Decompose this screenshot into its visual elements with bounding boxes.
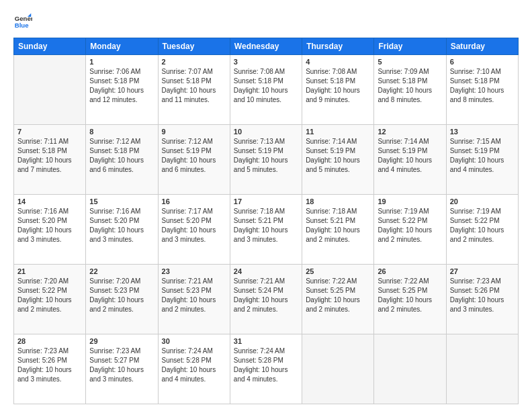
day-info: Sunrise: 7:08 AMSunset: 5:18 PMDaylight:…: [234, 67, 298, 105]
day-info: Sunrise: 7:08 AMSunset: 5:18 PMDaylight:…: [306, 67, 370, 105]
calendar-cell: 5Sunrise: 7:09 AMSunset: 5:18 PMDaylight…: [374, 55, 446, 125]
day-number: 25: [306, 267, 370, 275]
week-row-1: 1Sunrise: 7:06 AMSunset: 5:18 PMDaylight…: [14, 55, 519, 125]
day-number: 4: [306, 58, 370, 66]
calendar-cell: 9Sunrise: 7:12 AMSunset: 5:19 PMDaylight…: [158, 125, 230, 195]
day-number: 28: [17, 337, 82, 345]
day-number: 31: [234, 337, 298, 345]
calendar-cell: 3Sunrise: 7:08 AMSunset: 5:18 PMDaylight…: [230, 55, 302, 125]
day-number: 19: [378, 197, 442, 205]
calendar-cell: 25Sunrise: 7:22 AMSunset: 5:25 PMDayligh…: [302, 265, 374, 334]
week-row-5: 28Sunrise: 7:23 AMSunset: 5:26 PMDayligh…: [14, 334, 519, 404]
day-number: 12: [378, 128, 442, 136]
day-info: Sunrise: 7:22 AMSunset: 5:25 PMDaylight:…: [306, 277, 370, 314]
day-info: Sunrise: 7:16 AMSunset: 5:20 PMDaylight:…: [89, 207, 154, 244]
day-info: Sunrise: 7:13 AMSunset: 5:19 PMDaylight:…: [234, 137, 298, 175]
day-number: 18: [306, 197, 370, 205]
calendar-cell: 27Sunrise: 7:23 AMSunset: 5:26 PMDayligh…: [446, 265, 518, 334]
day-info: Sunrise: 7:18 AMSunset: 5:21 PMDaylight:…: [234, 207, 298, 244]
day-number: 24: [234, 267, 298, 275]
day-number: 20: [450, 197, 515, 205]
calendar-cell: 31Sunrise: 7:24 AMSunset: 5:28 PMDayligh…: [230, 334, 302, 404]
day-number: 23: [162, 267, 226, 275]
day-number: 15: [89, 197, 154, 205]
day-info: Sunrise: 7:15 AMSunset: 5:19 PMDaylight:…: [450, 137, 515, 175]
day-info: Sunrise: 7:23 AMSunset: 5:27 PMDaylight:…: [89, 347, 154, 384]
calendar-cell: 26Sunrise: 7:22 AMSunset: 5:25 PMDayligh…: [374, 265, 446, 334]
calendar-cell: [446, 334, 518, 404]
day-info: Sunrise: 7:19 AMSunset: 5:22 PMDaylight:…: [450, 207, 515, 244]
day-number: 6: [450, 58, 515, 66]
day-info: Sunrise: 7:24 AMSunset: 5:28 PMDaylight:…: [162, 347, 226, 384]
calendar-cell: 2Sunrise: 7:07 AMSunset: 5:18 PMDaylight…: [158, 55, 230, 125]
day-number: 5: [378, 58, 442, 66]
day-info: Sunrise: 7:20 AMSunset: 5:22 PMDaylight:…: [17, 277, 82, 314]
calendar-cell: 6Sunrise: 7:10 AMSunset: 5:18 PMDaylight…: [446, 55, 518, 125]
weekday-header-row: SundayMondayTuesdayWednesdayThursdayFrid…: [14, 38, 519, 55]
calendar-cell: 13Sunrise: 7:15 AMSunset: 5:19 PMDayligh…: [446, 125, 518, 195]
day-number: 16: [162, 197, 226, 205]
calendar-cell: 8Sunrise: 7:12 AMSunset: 5:18 PMDaylight…: [86, 125, 158, 195]
weekday-header-thursday: Thursday: [302, 38, 374, 55]
calendar-cell: 16Sunrise: 7:17 AMSunset: 5:20 PMDayligh…: [158, 195, 230, 265]
calendar-cell: 28Sunrise: 7:23 AMSunset: 5:26 PMDayligh…: [14, 334, 86, 404]
calendar-cell: [302, 334, 374, 404]
calendar-cell: 30Sunrise: 7:24 AMSunset: 5:28 PMDayligh…: [158, 334, 230, 404]
calendar-cell: 12Sunrise: 7:14 AMSunset: 5:19 PMDayligh…: [374, 125, 446, 195]
day-info: Sunrise: 7:11 AMSunset: 5:18 PMDaylight:…: [17, 137, 82, 175]
header: General Blue: [13, 12, 519, 31]
weekday-header-friday: Friday: [374, 38, 446, 55]
day-number: 9: [162, 128, 226, 136]
day-info: Sunrise: 7:22 AMSunset: 5:25 PMDaylight:…: [378, 277, 442, 314]
calendar-cell: 29Sunrise: 7:23 AMSunset: 5:27 PMDayligh…: [86, 334, 158, 404]
calendar-cell: 19Sunrise: 7:19 AMSunset: 5:22 PMDayligh…: [374, 195, 446, 265]
day-number: 30: [162, 337, 226, 345]
day-info: Sunrise: 7:14 AMSunset: 5:19 PMDaylight:…: [378, 137, 442, 175]
day-number: 22: [89, 267, 154, 275]
weekday-header-wednesday: Wednesday: [230, 38, 302, 55]
calendar-cell: 7Sunrise: 7:11 AMSunset: 5:18 PMDaylight…: [14, 125, 86, 195]
svg-text:Blue: Blue: [15, 21, 29, 29]
day-number: 11: [306, 128, 370, 136]
day-number: 27: [450, 267, 515, 275]
weekday-header-tuesday: Tuesday: [158, 38, 230, 55]
calendar-cell: [374, 334, 446, 404]
day-info: Sunrise: 7:24 AMSunset: 5:28 PMDaylight:…: [234, 347, 298, 384]
calendar-cell: 22Sunrise: 7:20 AMSunset: 5:23 PMDayligh…: [86, 265, 158, 334]
day-info: Sunrise: 7:12 AMSunset: 5:19 PMDaylight:…: [162, 137, 226, 175]
day-number: 21: [17, 267, 82, 275]
day-info: Sunrise: 7:16 AMSunset: 5:20 PMDaylight:…: [17, 207, 82, 244]
day-number: 26: [378, 267, 442, 275]
calendar-cell: 24Sunrise: 7:21 AMSunset: 5:24 PMDayligh…: [230, 265, 302, 334]
day-info: Sunrise: 7:12 AMSunset: 5:18 PMDaylight:…: [89, 137, 154, 175]
day-info: Sunrise: 7:18 AMSunset: 5:21 PMDaylight:…: [306, 207, 370, 244]
calendar-cell: 10Sunrise: 7:13 AMSunset: 5:19 PMDayligh…: [230, 125, 302, 195]
day-info: Sunrise: 7:23 AMSunset: 5:26 PMDaylight:…: [17, 347, 82, 384]
calendar-cell: 14Sunrise: 7:16 AMSunset: 5:20 PMDayligh…: [14, 195, 86, 265]
day-info: Sunrise: 7:20 AMSunset: 5:23 PMDaylight:…: [89, 277, 154, 314]
day-info: Sunrise: 7:21 AMSunset: 5:24 PMDaylight:…: [234, 277, 298, 314]
calendar-cell: 21Sunrise: 7:20 AMSunset: 5:22 PMDayligh…: [14, 265, 86, 334]
day-number: 3: [234, 58, 298, 66]
week-row-3: 14Sunrise: 7:16 AMSunset: 5:20 PMDayligh…: [14, 195, 519, 265]
day-info: Sunrise: 7:17 AMSunset: 5:20 PMDaylight:…: [162, 207, 226, 244]
calendar-page: General Blue SundayMondayTuesdayWednesda…: [0, 0, 532, 411]
calendar-cell: 17Sunrise: 7:18 AMSunset: 5:21 PMDayligh…: [230, 195, 302, 265]
calendar-cell: 4Sunrise: 7:08 AMSunset: 5:18 PMDaylight…: [302, 55, 374, 125]
day-info: Sunrise: 7:19 AMSunset: 5:22 PMDaylight:…: [378, 207, 442, 244]
day-info: Sunrise: 7:09 AMSunset: 5:18 PMDaylight:…: [378, 67, 442, 105]
day-number: 13: [450, 128, 515, 136]
week-row-2: 7Sunrise: 7:11 AMSunset: 5:18 PMDaylight…: [14, 125, 519, 195]
day-number: 10: [234, 128, 298, 136]
logo: General Blue: [13, 12, 32, 31]
day-info: Sunrise: 7:14 AMSunset: 5:19 PMDaylight:…: [306, 137, 370, 175]
day-info: Sunrise: 7:23 AMSunset: 5:26 PMDaylight:…: [450, 277, 515, 314]
day-info: Sunrise: 7:07 AMSunset: 5:18 PMDaylight:…: [162, 67, 226, 105]
day-info: Sunrise: 7:06 AMSunset: 5:18 PMDaylight:…: [89, 67, 154, 105]
day-info: Sunrise: 7:10 AMSunset: 5:18 PMDaylight:…: [450, 67, 515, 105]
weekday-header-sunday: Sunday: [14, 38, 86, 55]
day-number: 2: [162, 58, 226, 66]
calendar-cell: [14, 55, 86, 125]
calendar-cell: 15Sunrise: 7:16 AMSunset: 5:20 PMDayligh…: [86, 195, 158, 265]
calendar-cell: 23Sunrise: 7:21 AMSunset: 5:23 PMDayligh…: [158, 265, 230, 334]
